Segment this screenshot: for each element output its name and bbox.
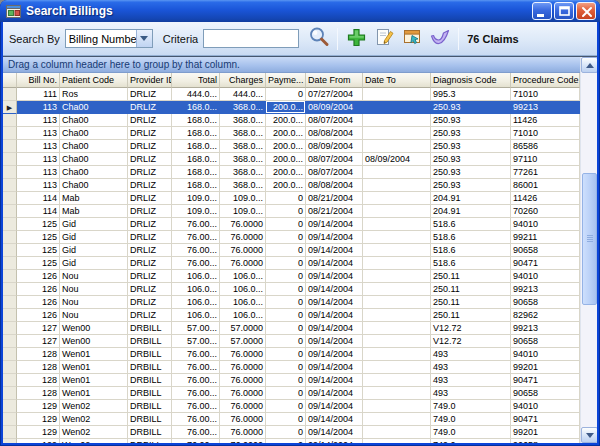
cell-charges[interactable]: 76.0000 (220, 374, 266, 387)
cell-bill_no[interactable]: 113 (17, 127, 60, 140)
cell-total[interactable]: 76.00... (172, 400, 220, 413)
cell-date_to[interactable] (363, 88, 431, 101)
cell-provider_id[interactable]: DRLIZ (128, 140, 172, 153)
cell-procedure_code[interactable]: 99213 (511, 283, 580, 296)
cell-charges[interactable]: 76.0000 (220, 257, 266, 270)
row-indicator[interactable] (3, 296, 17, 309)
cell-payments[interactable]: 200.0... (266, 101, 306, 114)
title-bar[interactable]: Search Billings (0, 0, 600, 22)
table-row[interactable]: 126NouDRLIZ106.0...106.0...009/14/200425… (3, 283, 580, 296)
table-row[interactable]: 113Cha00DRLIZ168.0...368.0...200.0...08/… (3, 127, 580, 140)
search-by-select[interactable]: Billing Number (65, 29, 153, 48)
cell-charges[interactable]: 106.0... (220, 309, 266, 322)
cell-date_to[interactable] (363, 374, 431, 387)
cell-procedure_code[interactable]: 90471 (511, 374, 580, 387)
cell-bill_no[interactable]: 128 (17, 348, 60, 361)
cell-date_from[interactable]: 08/07/2004 (306, 166, 363, 179)
cell-provider_id[interactable]: DRBILL (128, 439, 172, 443)
cell-payments[interactable]: 0 (266, 309, 306, 322)
cell-charges[interactable]: 76.0000 (220, 244, 266, 257)
cell-total[interactable]: 168.0... (172, 179, 220, 192)
cell-bill_no[interactable]: 125 (17, 218, 60, 231)
cell-charges[interactable]: 76.0000 (220, 387, 266, 400)
cell-provider_id[interactable]: DRLIZ (128, 88, 172, 101)
cell-patient_code[interactable]: Wen00 (60, 335, 128, 348)
cell-total[interactable]: 76.00... (172, 257, 220, 270)
cell-total[interactable]: 168.0... (172, 101, 220, 114)
cell-payments[interactable]: 0 (266, 296, 306, 309)
cell-bill_no[interactable]: 113 (17, 140, 60, 153)
cell-diagnosis_code[interactable]: 493 (431, 387, 511, 400)
cell-charges[interactable]: 368.0... (220, 140, 266, 153)
cell-patient_code[interactable]: Cha00 (60, 101, 128, 114)
cell-bill_no[interactable]: 126 (17, 296, 60, 309)
table-row[interactable]: 126NouDRLIZ106.0...106.0...009/14/200425… (3, 309, 580, 322)
cell-patient_code[interactable]: Cha00 (60, 140, 128, 153)
cell-date_from[interactable]: 09/14/2004 (306, 218, 363, 231)
cell-payments[interactable]: 0 (266, 283, 306, 296)
cell-date_from[interactable]: 08/21/2004 (306, 205, 363, 218)
cell-date_to[interactable] (363, 387, 431, 400)
cell-procedure_code[interactable]: 71010 (511, 88, 580, 101)
chevron-down-icon[interactable] (136, 30, 152, 47)
cell-diagnosis_code[interactable]: 493 (431, 374, 511, 387)
cell-diagnosis_code[interactable]: 204.91 (431, 205, 511, 218)
cell-date_to[interactable] (363, 361, 431, 374)
cell-date_to[interactable] (363, 205, 431, 218)
cell-charges[interactable]: 76.0000 (220, 218, 266, 231)
cell-payments[interactable]: 200.0... (266, 166, 306, 179)
cell-diagnosis_code[interactable]: 749.0 (431, 439, 511, 443)
cell-patient_code[interactable]: Wen02 (60, 413, 128, 426)
cell-payments[interactable]: 0 (266, 192, 306, 205)
cell-bill_no[interactable]: 113 (17, 166, 60, 179)
row-indicator[interactable] (3, 309, 17, 322)
cell-patient_code[interactable]: Wen01 (60, 361, 128, 374)
cell-payments[interactable]: 0 (266, 322, 306, 335)
row-indicator[interactable] (3, 205, 17, 218)
cell-patient_code[interactable]: Nou (60, 309, 128, 322)
row-indicator[interactable] (3, 140, 17, 153)
cell-date_to[interactable] (363, 413, 431, 426)
cell-diagnosis_code[interactable]: 250.11 (431, 283, 511, 296)
cell-patient_code[interactable]: Mab (60, 192, 128, 205)
row-indicator[interactable] (3, 361, 17, 374)
cell-date_from[interactable]: 09/14/2004 (306, 426, 363, 439)
table-row[interactable]: 129Wen02DRBILL76.00...76.0000009/14/2004… (3, 439, 580, 443)
cell-bill_no[interactable]: 129 (17, 426, 60, 439)
cell-provider_id[interactable]: DRBILL (128, 322, 172, 335)
cell-bill_no[interactable]: 126 (17, 270, 60, 283)
cell-total[interactable]: 109.0... (172, 192, 220, 205)
row-indicator[interactable] (3, 179, 17, 192)
cell-diagnosis_code[interactable]: V12.72 (431, 322, 511, 335)
cell-payments[interactable]: 0 (266, 244, 306, 257)
cell-date_to[interactable] (363, 127, 431, 140)
cell-procedure_code[interactable]: 71010 (511, 127, 580, 140)
cell-payments[interactable]: 0 (266, 413, 306, 426)
cell-payments[interactable]: 200.0... (266, 140, 306, 153)
table-row[interactable]: 125GidDRLIZ76.00...76.0000009/14/2004518… (3, 257, 580, 270)
cell-provider_id[interactable]: DRLIZ (128, 309, 172, 322)
cell-patient_code[interactable]: Cha00 (60, 166, 128, 179)
cell-procedure_code[interactable]: 94010 (511, 400, 580, 413)
cell-diagnosis_code[interactable]: 250.93 (431, 101, 511, 114)
cell-payments[interactable]: 0 (266, 205, 306, 218)
cell-diagnosis_code[interactable]: 250.11 (431, 309, 511, 322)
cell-total[interactable]: 106.0... (172, 309, 220, 322)
cell-date_to[interactable] (363, 140, 431, 153)
cell-diagnosis_code[interactable]: 518.6 (431, 257, 511, 270)
cell-provider_id[interactable]: DRBILL (128, 400, 172, 413)
cell-total[interactable]: 168.0... (172, 166, 220, 179)
cell-provider_id[interactable]: DRLIZ (128, 244, 172, 257)
cell-provider_id[interactable]: DRBILL (128, 413, 172, 426)
cell-procedure_code[interactable]: 94010 (511, 218, 580, 231)
cell-charges[interactable]: 76.0000 (220, 361, 266, 374)
cell-date_from[interactable]: 07/27/2004 (306, 88, 363, 101)
cell-date_to[interactable] (363, 101, 431, 114)
table-row[interactable]: 113Cha00DRLIZ168.0...368.0...200.0...08/… (3, 179, 580, 192)
close-button[interactable] (576, 2, 596, 20)
cell-procedure_code[interactable]: 86586 (511, 140, 580, 153)
cell-procedure_code[interactable]: 11426 (511, 192, 580, 205)
cell-procedure_code[interactable]: 90471 (511, 413, 580, 426)
table-row[interactable]: 127Wen00DRBILL57.00...57.0000009/14/2004… (3, 335, 580, 348)
cell-procedure_code[interactable]: 99213 (511, 101, 580, 114)
